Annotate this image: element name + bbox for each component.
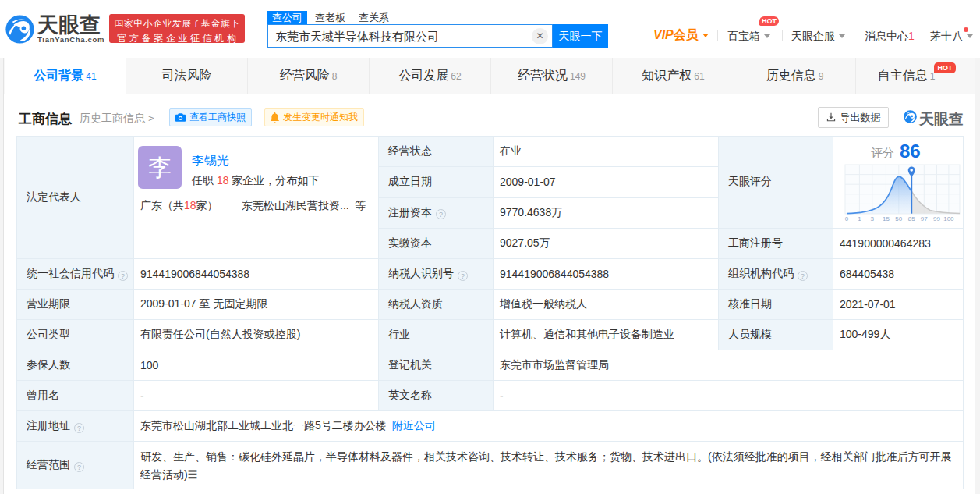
svg-text:0: 0 [845,215,849,222]
svg-text:85: 85 [908,215,915,222]
svg-text:50: 50 [895,215,902,222]
svg-text:3: 3 [871,215,875,222]
svg-text:15: 15 [883,215,890,222]
svg-text:97: 97 [921,215,928,222]
svg-text:99: 99 [933,215,940,222]
svg-text:100: 100 [943,215,954,222]
svg-text:1: 1 [858,215,861,222]
